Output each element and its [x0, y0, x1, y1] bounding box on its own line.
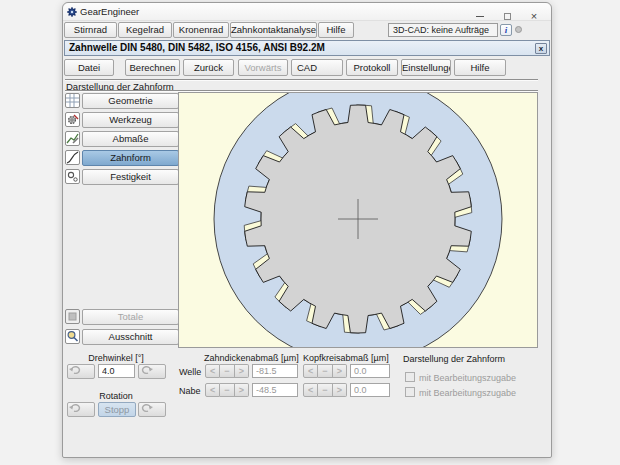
- minimize-button[interactable]: [473, 6, 487, 18]
- sidebar-item-festigkeit[interactable]: Festigkeit: [82, 169, 179, 185]
- kopfkreis-welle-input[interactable]: [350, 364, 390, 378]
- reset-icon[interactable]: −: [220, 383, 234, 397]
- reset-icon[interactable]: −: [220, 364, 234, 378]
- increase-icon[interactable]: >: [235, 383, 249, 397]
- square-icon: [65, 309, 80, 324]
- welle-abmass-input[interactable]: [252, 364, 298, 378]
- info-icon[interactable]: i: [500, 24, 512, 36]
- sidebar-item-zahnform[interactable]: Zahnform: [82, 150, 179, 166]
- menu-kegelrad[interactable]: Kegelrad: [118, 22, 172, 38]
- gear-view-canvas[interactable]: [178, 92, 538, 348]
- rotation-cw-icon[interactable]: [138, 402, 166, 417]
- ausschnitt-button[interactable]: Ausschnitt: [82, 329, 179, 345]
- reset-icon[interactable]: −: [318, 364, 332, 378]
- status-led-icon: [515, 26, 522, 33]
- rotate-cw-icon[interactable]: [138, 364, 166, 379]
- toolbar-protokoll[interactable]: Protokoll: [346, 59, 398, 76]
- tab-close-icon[interactable]: x: [535, 43, 547, 54]
- bearbeitungszugabe-checkbox-2[interactable]: [405, 387, 415, 397]
- magnifier-icon: [65, 329, 80, 344]
- bearbeitungszugabe-label-1: mit Bearbeitungszugabe: [419, 373, 516, 383]
- toolbar-cad[interactable]: CAD: [291, 59, 343, 76]
- title-bar[interactable]: GearEngineer ×: [63, 3, 551, 21]
- decrease-icon[interactable]: <: [303, 364, 318, 378]
- window-title: GearEngineer: [80, 6, 139, 17]
- maximize-button[interactable]: [500, 6, 514, 18]
- menu-zahnkontaktanalyse[interactable]: Zahnkontaktanalyse: [230, 22, 317, 38]
- app-window: GearEngineer × Stirnrad Kegelrad Kronenr…: [62, 2, 552, 458]
- toolbar-berechnen[interactable]: Berechnen: [125, 59, 180, 76]
- tolerance-icon: [65, 131, 80, 146]
- increase-icon[interactable]: >: [235, 364, 249, 378]
- bearbeitungszugabe-label-2: mit Bearbeitungszugabe: [419, 388, 516, 398]
- drehwinkel-label: Drehwinkel [°]: [67, 353, 165, 363]
- tool-gear-icon: [65, 112, 80, 127]
- menu-kronenrad[interactable]: Kronenrad: [173, 22, 229, 38]
- grid-icon: [65, 93, 80, 108]
- decrease-icon[interactable]: <: [303, 383, 318, 397]
- nabe-spinner[interactable]: < − >: [205, 383, 249, 397]
- kopfkreis-nabe-input[interactable]: [350, 383, 390, 397]
- curve-icon: [65, 150, 80, 165]
- welle-label: Welle: [179, 367, 201, 377]
- reset-icon[interactable]: −: [318, 383, 332, 397]
- close-button[interactable]: ×: [527, 6, 541, 18]
- zahndicken-label: Zahndickenabmaß [µm]: [204, 353, 299, 363]
- strength-icon: [65, 169, 80, 184]
- welle-spinner[interactable]: < − >: [205, 364, 249, 378]
- increase-icon[interactable]: >: [333, 364, 347, 378]
- menu-hilfe[interactable]: Hilfe: [318, 22, 354, 38]
- kopfkreis-label: Kopfkreisabmaß [µm]: [303, 353, 389, 363]
- stopp-button[interactable]: Stopp: [98, 402, 136, 417]
- nabe-abmass-input[interactable]: [252, 383, 298, 397]
- bearbeitungszugabe-checkbox-1[interactable]: [405, 372, 415, 382]
- tab-title: Zahnwelle DIN 5480, DIN 5482, ISO 4156, …: [69, 42, 325, 53]
- document-tab[interactable]: Zahnwelle DIN 5480, DIN 5482, ISO 4156, …: [64, 40, 550, 56]
- toolbar-zurueck[interactable]: Zurück: [183, 59, 234, 76]
- increase-icon[interactable]: >: [333, 383, 347, 397]
- rotation-label: Rotation: [67, 391, 165, 401]
- decrease-icon[interactable]: <: [205, 383, 220, 397]
- drehwinkel-input[interactable]: [98, 364, 135, 378]
- sidebar-item-werkzeug[interactable]: Werkzeug: [82, 112, 179, 128]
- kopfkreis-nabe-spinner[interactable]: < − >: [303, 383, 347, 397]
- sidebar-item-geometrie[interactable]: Geometrie: [82, 93, 179, 109]
- rotate-ccw-icon[interactable]: [67, 364, 95, 379]
- sidebar-item-abmasse[interactable]: Abmaße: [82, 131, 179, 147]
- kopfkreis-welle-spinner[interactable]: < − >: [303, 364, 347, 378]
- toolbar-einstellungen[interactable]: Einstellungen: [401, 59, 451, 76]
- cad-status: 3D-CAD: keine Aufträge: [388, 23, 498, 37]
- decrease-icon[interactable]: <: [205, 364, 220, 378]
- totale-button[interactable]: Totale: [82, 309, 179, 325]
- menu-stirnrad[interactable]: Stirnrad: [64, 22, 117, 38]
- toolbar-hilfe[interactable]: Hilfe: [454, 59, 506, 76]
- toolbar-vorwaerts[interactable]: Vorwärts: [238, 59, 288, 76]
- nabe-label: Nabe: [179, 386, 201, 396]
- toolbar-datei[interactable]: Datei: [64, 59, 114, 76]
- rotation-ccw-icon[interactable]: [67, 402, 95, 417]
- darstellung-label: Darstellung der Zahnform: [403, 354, 505, 364]
- app-gear-icon: [67, 7, 77, 17]
